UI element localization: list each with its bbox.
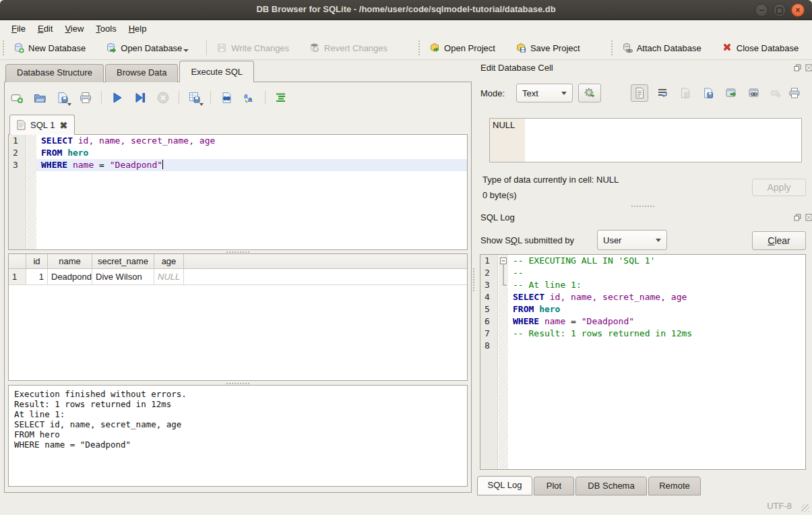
apply-button[interactable]: Apply [752, 179, 806, 196]
attach-database-button[interactable]: Attach Database [617, 39, 707, 57]
results-table[interactable]: idnamesecret_nameage11DeadpondDive Wilso… [8, 253, 468, 381]
editor-line[interactable]: 1-- EXECUTING ALL IN 'SQL 1' [480, 255, 805, 267]
close-panel-icon[interactable] [805, 214, 812, 221]
sql-log-view[interactable]: 1-- EXECUTING ALL IN 'SQL 1'2--3-- At li… [480, 254, 806, 470]
sql-log-title: SQL Log [480, 212, 515, 222]
apply-format-button[interactable] [578, 84, 601, 102]
sql-file-icon [17, 120, 26, 130]
find-icon[interactable] [219, 90, 234, 105]
minimize-button[interactable]: − [755, 3, 768, 17]
sql-document-tab-label: SQL 1 [30, 120, 55, 130]
save-project-icon [516, 42, 526, 53]
tab-execute-sql[interactable]: Execute SQL [179, 61, 254, 82]
save-project-button[interactable]: Save Project [510, 39, 586, 57]
menu-view[interactable]: View [59, 22, 90, 36]
export-data-icon[interactable] [699, 84, 717, 102]
tab-browse-data[interactable]: Browse Data [105, 64, 178, 82]
cell-value-editor[interactable]: NULL [489, 118, 802, 162]
tab-plot[interactable]: Plot [534, 477, 574, 495]
new-sql-tab-icon[interactable] [9, 90, 24, 105]
import-data-icon[interactable] [677, 84, 694, 102]
tab-db-schema[interactable]: DB Schema [575, 477, 647, 495]
open-sql-file-icon[interactable] [32, 90, 47, 105]
close-database-button[interactable]: Close Database [716, 39, 805, 57]
toolbar-drag-handle[interactable] [611, 40, 613, 55]
format-sql-icon[interactable] [274, 90, 288, 105]
column-header[interactable]: id [26, 254, 48, 268]
close-panel-icon[interactable] [805, 64, 812, 71]
tab-remote[interactable]: Remote [648, 477, 701, 495]
maximize-button[interactable]: ▢ [773, 3, 786, 17]
close-database-icon [722, 42, 732, 53]
new-database-icon [13, 42, 24, 53]
save-sql-dropdown-arrow[interactable] [67, 103, 71, 106]
code-text: SELECT id, name, secret_name, age [41, 135, 215, 147]
open-project-button[interactable]: Open Project [424, 39, 501, 57]
menu-edit[interactable]: Edit [32, 22, 59, 36]
row-header[interactable]: 1 [9, 269, 26, 284]
editor-line[interactable]: 5FROM hero [480, 303, 805, 315]
tab-database-structure[interactable]: Database Structure [5, 64, 104, 82]
menu-file[interactable]: File [5, 22, 32, 36]
editor-line[interactable]: 3-- At line 1: [480, 279, 805, 291]
editor-line[interactable]: 6WHERE name = "Deadpond" [480, 315, 805, 328]
float-panel-icon[interactable] [794, 214, 801, 221]
set-null-icon[interactable] [767, 84, 784, 102]
text-mode-icon[interactable] [631, 84, 648, 102]
toolbar-drag-handle[interactable] [3, 40, 4, 55]
resize-grip[interactable] [801, 504, 809, 512]
print-icon[interactable] [78, 90, 93, 105]
revert-changes-button[interactable]: Revert Changes [304, 39, 393, 57]
sql-document-tab[interactable]: SQL 1 ✖ [9, 115, 75, 135]
write-changes-button[interactable]: Write Changes [211, 39, 294, 57]
column-header[interactable]: age [154, 254, 184, 268]
clear-log-button[interactable]: Clear [752, 231, 806, 250]
editor-line[interactable]: 1SELECT id, name, secret_name, age [9, 135, 467, 147]
save-sql-file-icon[interactable] [55, 90, 70, 105]
editor-line[interactable]: 3WHERE name = "Deadpond" [9, 159, 467, 171]
editor-line[interactable]: 7-- Result: 1 rows returned in 12ms [480, 328, 805, 340]
print-cell-icon[interactable] [786, 84, 803, 102]
editor-line[interactable]: 4SELECT id, name, secret_name, age [480, 291, 805, 303]
menu-help[interactable]: Help [123, 22, 153, 36]
new-database-button[interactable]: New Database [8, 39, 91, 57]
execution-status-output[interactable]: Execution finished without errors. Resul… [8, 385, 468, 487]
line-number: 8 [480, 340, 498, 352]
column-header[interactable]: secret_name [92, 254, 154, 268]
toolbar-drag-handle[interactable] [418, 40, 420, 55]
table-cell[interactable]: 1 [26, 269, 48, 284]
auto-completion-icon[interactable]: aa [242, 90, 257, 105]
execute-current-line-icon[interactable] [133, 90, 148, 105]
tab-sql-log[interactable]: SQL Log [477, 476, 532, 495]
editor-line[interactable]: 8 [480, 340, 805, 352]
table-header-row: idnamesecret_nameage [9, 254, 467, 269]
execute-all-icon[interactable] [110, 90, 125, 105]
table-cell[interactable]: Dive Wilson [92, 269, 154, 284]
close-sql-tab-icon[interactable]: ✖ [59, 120, 67, 131]
open-database-button[interactable]: Open Database [100, 39, 194, 57]
sql-editor[interactable]: 1SELECT id, name, secret_name, age2FROM … [8, 134, 468, 250]
save-results-dropdown-arrow[interactable] [199, 103, 204, 106]
column-header[interactable]: name [48, 254, 92, 268]
save-results-icon[interactable] [187, 90, 202, 105]
editor-line[interactable]: 2-- [480, 267, 805, 279]
attach-database-icon [622, 42, 633, 53]
copy-link-icon[interactable] [745, 84, 763, 102]
editor-line[interactable]: 2FROM hero [9, 147, 467, 159]
log-filter-select[interactable]: User [597, 230, 667, 250]
code-text: WHERE name = "Deadpond" [513, 315, 634, 328]
menu-tools[interactable]: Tools [90, 22, 122, 36]
word-wrap-icon[interactable] [654, 84, 671, 102]
open-external-icon[interactable] [722, 84, 740, 102]
table-cell[interactable]: NULL [154, 269, 184, 284]
mode-select[interactable]: Text [516, 84, 573, 102]
stop-icon[interactable] [156, 90, 170, 105]
float-panel-icon[interactable] [794, 64, 801, 71]
table-cell[interactable]: Deadpond [48, 269, 92, 284]
splitter-main-vertical[interactable] [472, 169, 475, 391]
splitter-dock-horizontal[interactable] [480, 204, 806, 208]
close-button[interactable]: × [791, 3, 805, 17]
table-corner-cell[interactable] [9, 254, 26, 268]
open-database-dropdown-arrow[interactable] [183, 49, 189, 52]
encoding-status: UTF-8 [767, 501, 792, 511]
